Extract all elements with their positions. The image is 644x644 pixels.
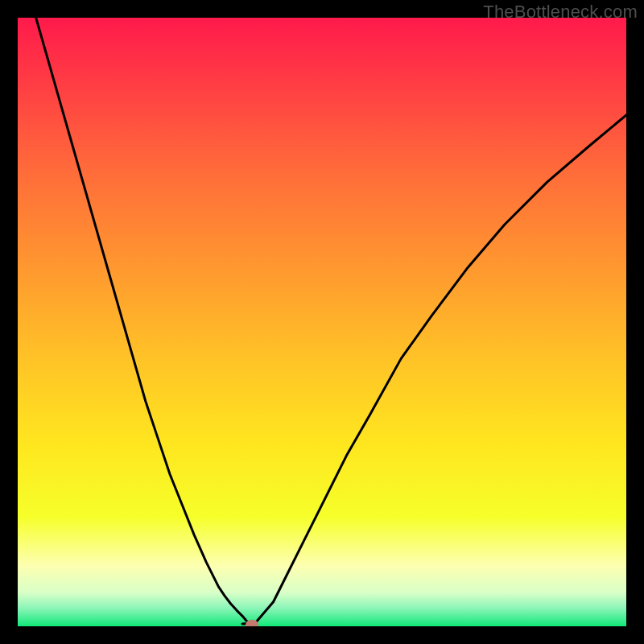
gradient-background	[18, 18, 626, 626]
bottleneck-chart	[18, 18, 626, 626]
chart-frame	[18, 18, 626, 626]
